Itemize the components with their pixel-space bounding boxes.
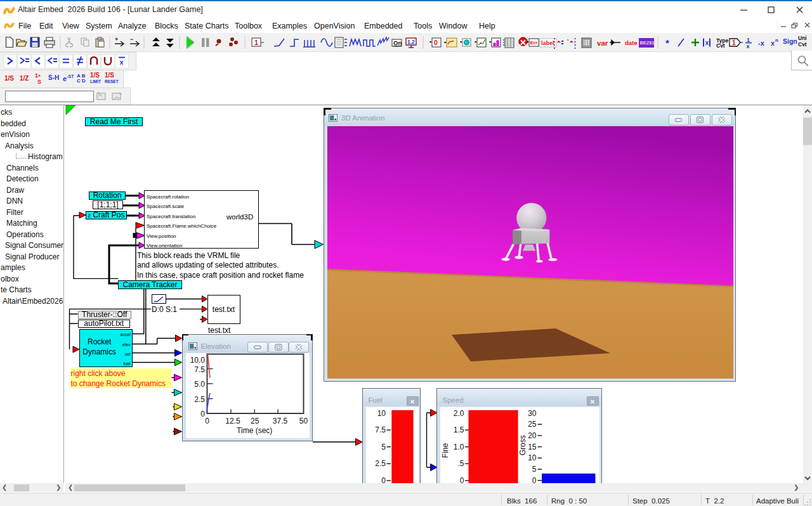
svg-text:Cvt: Cvt [716, 42, 725, 49]
svg-text:1: 1 [732, 39, 736, 46]
svg-text:0: 0 [381, 476, 386, 483]
svg-text:.5: .5 [457, 459, 464, 468]
svg-text:var: var [597, 39, 608, 47]
svg-text:5: 5 [532, 465, 537, 474]
svg-text:20: 20 [528, 431, 537, 439]
svg-text:0: 0 [460, 476, 464, 483]
svg-text:0: 0 [532, 476, 537, 483]
svg-text:1: 1 [747, 37, 750, 43]
svg-text:7.5: 7.5 [375, 425, 386, 434]
svg-text:On: On [393, 39, 402, 46]
svg-text:2.0: 2.0 [454, 408, 464, 417]
svg-text:date: date [625, 39, 638, 46]
svg-text:10: 10 [528, 453, 537, 462]
svg-text:Err: Err [530, 40, 538, 46]
svg-text:label: label [541, 40, 554, 46]
svg-text:x: x [705, 39, 709, 46]
svg-text:x: x [771, 39, 775, 47]
svg-text:+: + [115, 36, 118, 42]
svg-text:2.5: 2.5 [194, 394, 205, 403]
svg-text:BEZEL: BEZEL [640, 40, 656, 46]
svg-text:10.0: 10.0 [190, 355, 205, 364]
svg-text:0: 0 [205, 416, 209, 425]
svg-text:1.5: 1.5 [454, 425, 464, 434]
svg-text:Time (sec): Time (sec) [237, 426, 272, 435]
svg-text:n: n [775, 37, 778, 43]
svg-text:5: 5 [381, 442, 386, 451]
svg-text:30: 30 [528, 408, 537, 417]
svg-text:-x: -x [758, 39, 765, 47]
svg-text:Fine: Fine [441, 443, 450, 458]
svg-text:x: x [120, 58, 124, 66]
svg-text:25: 25 [528, 420, 537, 429]
svg-text:1: 1 [254, 39, 258, 46]
svg-text:x: x [747, 43, 750, 49]
svg-text:7.5: 7.5 [194, 365, 205, 373]
svg-text:25: 25 [251, 416, 259, 425]
svg-text:15: 15 [528, 442, 537, 451]
svg-text:2.5: 2.5 [375, 459, 386, 468]
svg-text:−: − [130, 36, 133, 42]
svg-text:12.5: 12.5 [225, 416, 240, 425]
svg-text:Gross: Gross [518, 435, 527, 455]
svg-text:37.5: 37.5 [272, 416, 287, 425]
svg-text:5.0: 5.0 [194, 380, 205, 389]
svg-text:*: * [665, 37, 669, 48]
svg-text:1.0: 1.0 [454, 442, 464, 451]
svg-text:10: 10 [377, 408, 386, 417]
svg-text:0: 0 [434, 39, 438, 46]
svg-text:50: 50 [299, 416, 308, 425]
